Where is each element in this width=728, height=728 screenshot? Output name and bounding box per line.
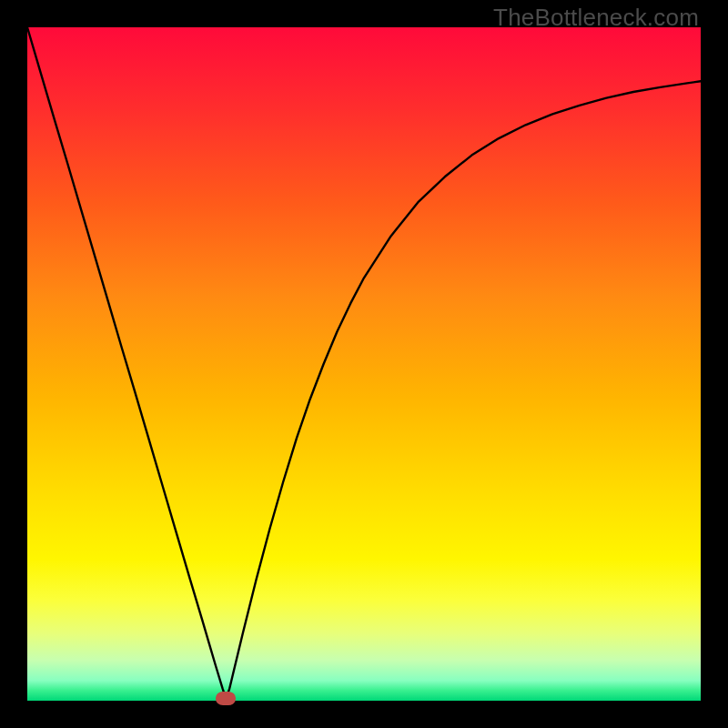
minimum-marker bbox=[216, 692, 236, 705]
watermark-text: TheBottleneck.com bbox=[493, 4, 699, 32]
curve-layer bbox=[27, 27, 701, 701]
plot-area bbox=[27, 27, 701, 701]
chart-frame: TheBottleneck.com bbox=[0, 0, 728, 728]
bottleneck-curve bbox=[27, 27, 701, 699]
